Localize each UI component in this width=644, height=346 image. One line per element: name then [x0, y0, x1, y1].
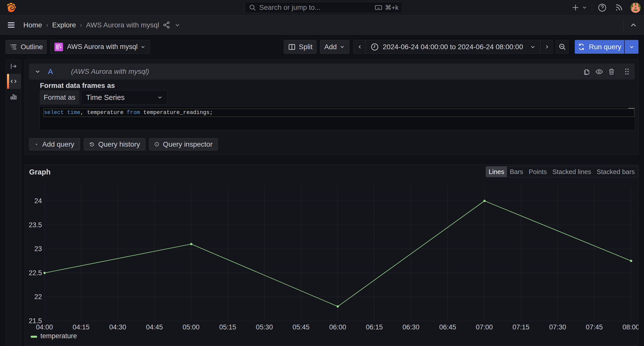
svg-text:04:45: 04:45	[146, 323, 163, 331]
svg-text:04:00: 04:00	[36, 323, 53, 331]
svg-text:23: 23	[34, 245, 42, 253]
svg-text:06:15: 06:15	[366, 323, 383, 331]
svg-text:04:30: 04:30	[109, 323, 126, 331]
svg-text:07:30: 07:30	[549, 323, 566, 331]
svg-text:07:00: 07:00	[476, 323, 493, 331]
svg-text:04:15: 04:15	[73, 323, 90, 331]
svg-text:07:45: 07:45	[586, 323, 603, 331]
svg-text:05:00: 05:00	[182, 323, 200, 331]
svg-text:22: 22	[34, 293, 42, 301]
svg-text:22.5: 22.5	[29, 269, 42, 277]
svg-text:24: 24	[34, 197, 42, 205]
svg-text:23.5: 23.5	[29, 221, 42, 229]
svg-text:05:30: 05:30	[256, 323, 273, 331]
svg-text:05:15: 05:15	[219, 323, 236, 331]
svg-text:06:45: 06:45	[439, 323, 456, 331]
svg-text:temperature: temperature	[40, 332, 77, 340]
svg-text:06:30: 06:30	[403, 323, 420, 331]
svg-text:08:00: 08:00	[622, 323, 638, 331]
svg-text:07:15: 07:15	[512, 323, 530, 331]
svg-text:06:00: 06:00	[329, 323, 346, 331]
svg-text:05:45: 05:45	[293, 323, 310, 331]
